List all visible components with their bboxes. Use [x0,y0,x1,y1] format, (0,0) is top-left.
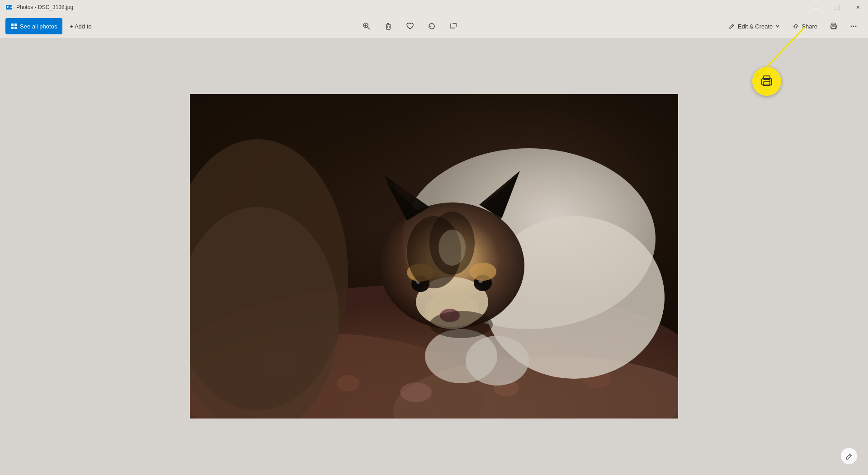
toolbar-center [99,17,721,35]
zoom-icon [362,22,371,31]
svg-point-31 [400,382,432,402]
toolbar: See all photos + Add to [0,14,868,38]
see-all-photos-button[interactable]: See all photos [5,18,62,34]
edit-create-label: Edit & Create [738,23,773,30]
add-to-button[interactable]: + Add to [64,18,97,34]
svg-point-39 [466,336,529,386]
more-icon [849,22,858,31]
zoom-button[interactable] [358,17,376,35]
share-icon [793,23,799,29]
title-bar: Photos - DSC_3138.jpg — ⬜ ✕ [0,0,868,14]
chevron-down-icon [775,24,780,28]
svg-point-58 [429,311,493,338]
photo-display [190,94,678,419]
svg-rect-5 [11,27,14,29]
edit-icon [729,23,735,29]
close-button[interactable]: ✕ [847,0,868,14]
svg-point-57 [439,230,466,266]
print-icon [829,22,838,31]
see-all-photos-label: See all photos [20,23,57,30]
svg-rect-6 [14,27,17,29]
svg-point-20 [835,26,836,27]
svg-rect-11 [387,25,390,29]
print-highlight-circle [752,67,781,96]
svg-point-50 [469,263,496,281]
edit-pencil-button[interactable] [841,448,857,464]
crop-button[interactable] [444,17,462,35]
svg-point-21 [851,26,852,27]
maximize-button[interactable]: ⬜ [826,0,847,14]
title-bar-left: Photos - DSC_3138.jpg [0,4,73,11]
pencil-icon [845,452,853,460]
edit-create-button[interactable]: Edit & Create [723,18,785,34]
toolbar-right: Edit & Create Share [723,17,863,35]
svg-point-22 [853,26,854,27]
main-content [0,38,868,475]
svg-rect-4 [14,24,17,26]
svg-point-64 [769,80,771,82]
minimize-button[interactable]: — [806,0,826,14]
delete-button[interactable] [379,17,397,35]
print-toolbar-button[interactable] [825,17,843,35]
crop-icon [449,22,458,31]
svg-rect-3 [11,24,14,26]
window-controls: — ⬜ ✕ [806,0,868,14]
rotate-icon [427,22,436,31]
app-icon [5,4,13,11]
delete-icon [384,22,393,31]
add-to-label: + Add to [70,23,91,30]
photos-icon [11,23,17,29]
share-label: Share [802,23,817,30]
svg-point-30 [337,375,359,391]
print-highlight-icon [760,75,774,88]
heart-icon [406,22,415,31]
toolbar-left: See all photos + Add to [5,18,97,34]
rotate-button[interactable] [423,17,441,35]
photo-container [190,94,678,419]
svg-line-8 [368,27,370,29]
more-options-button[interactable] [844,17,863,35]
favorite-button[interactable] [401,17,419,35]
share-button[interactable]: Share [787,18,823,34]
window-title: Photos - DSC_3138.jpg [16,4,73,10]
svg-point-1 [7,6,9,8]
svg-point-23 [855,26,857,27]
